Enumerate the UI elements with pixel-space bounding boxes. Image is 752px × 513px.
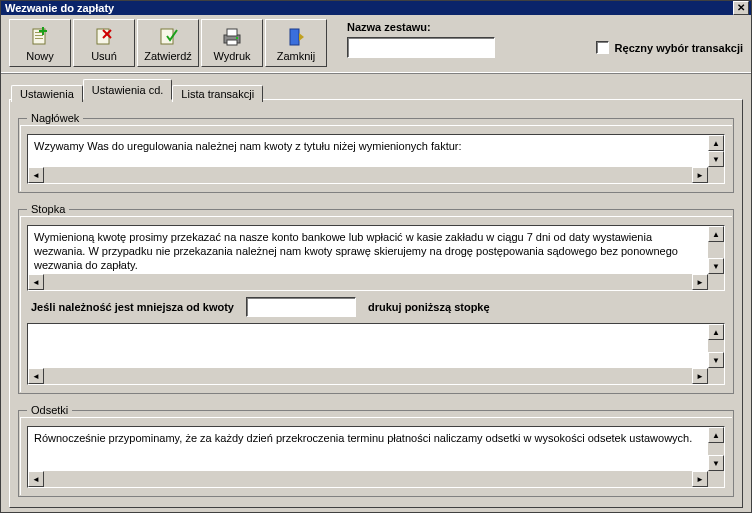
close-icon[interactable]: ✕ xyxy=(733,1,749,15)
scrollbar-vertical[interactable]: ▲▼ xyxy=(708,135,724,167)
scrollbar-vertical[interactable]: ▲▼ xyxy=(708,226,724,274)
interest-text: Równocześnie przypominamy, że za każdy d… xyxy=(28,427,724,473)
document-confirm-icon xyxy=(158,26,178,48)
scrollbar-horizontal[interactable]: ◄► xyxy=(28,471,708,487)
delete-button-label: Usuń xyxy=(91,50,117,62)
manual-tx-checkbox[interactable]: Ręczny wybór transakcji xyxy=(596,41,743,54)
svg-rect-13 xyxy=(236,37,238,39)
set-name-label: Nazwa zestawu: xyxy=(347,21,495,33)
print-below-label: drukuj poniższą stopkę xyxy=(368,301,490,313)
footer-textarea[interactable]: Wymienioną kwotę prosimy przekazać na na… xyxy=(27,225,725,291)
title-bar: Wezwanie do zapłaty ✕ xyxy=(1,1,751,15)
svg-rect-12 xyxy=(227,40,237,45)
window-title: Wezwanie do zapłaty xyxy=(5,2,733,14)
interest-legend: Odsetki xyxy=(27,404,72,416)
checkbox-icon xyxy=(596,41,609,54)
document-delete-icon xyxy=(94,26,114,48)
interest-group: Odsetki Równocześnie przypominamy, że za… xyxy=(18,404,734,497)
header-textarea[interactable]: Wzywamy Was do uregulowania należnej nam… xyxy=(27,134,725,184)
window: Wezwanie do zapłaty ✕ Nowy Usuń Zatwierd… xyxy=(0,0,752,513)
footer-alt-text xyxy=(28,324,724,370)
svg-rect-1 xyxy=(35,32,43,33)
interest-textarea[interactable]: Równocześnie przypominamy, że za każdy d… xyxy=(27,426,725,488)
svg-rect-14 xyxy=(290,29,299,45)
tab-strip: Ustawienia Ustawienia cd. Lista transakc… xyxy=(1,74,751,99)
tab-settings[interactable]: Ustawienia xyxy=(11,85,83,102)
toolbar: Nowy Usuń Zatwierdź Wydruk Zamknij xyxy=(1,15,751,74)
header-group: Nagłówek Wzywamy Was do uregulowania nal… xyxy=(18,112,734,193)
confirm-button[interactable]: Zatwierdź xyxy=(137,19,199,67)
tab-panel: Nagłówek Wzywamy Was do uregulowania nal… xyxy=(9,99,743,508)
scrollbar-horizontal[interactable]: ◄► xyxy=(28,368,708,384)
scrollbar-horizontal[interactable]: ◄► xyxy=(28,274,708,290)
delete-button[interactable]: Usuń xyxy=(73,19,135,67)
svg-rect-5 xyxy=(39,30,47,32)
svg-marker-15 xyxy=(299,33,304,41)
document-new-icon xyxy=(30,26,50,48)
svg-rect-3 xyxy=(35,38,43,39)
footer-legend: Stopka xyxy=(27,203,69,215)
door-exit-icon xyxy=(286,26,306,48)
manual-tx-label: Ręczny wybór transakcji xyxy=(615,42,743,54)
tab-settings-cont[interactable]: Ustawienia cd. xyxy=(83,79,173,100)
toolbar-right: Nazwa zestawu: Ręczny wybór transakcji xyxy=(347,19,743,58)
scrollbar-horizontal[interactable]: ◄► xyxy=(28,167,708,183)
print-button-label: Wydruk xyxy=(213,50,250,62)
threshold-input[interactable] xyxy=(246,297,356,317)
close-button[interactable]: Zamknij xyxy=(265,19,327,67)
confirm-button-label: Zatwierdź xyxy=(144,50,192,62)
scrollbar-vertical[interactable]: ▲▼ xyxy=(708,427,724,471)
svg-rect-11 xyxy=(227,29,237,36)
new-button-label: Nowy xyxy=(26,50,54,62)
footer-text: Wymienioną kwotę prosimy przekazać na na… xyxy=(28,226,724,276)
footer-alt-textarea[interactable]: ▲▼ ◄► xyxy=(27,323,725,385)
close-button-label: Zamknij xyxy=(277,50,316,62)
footer-group: Stopka Wymienioną kwotę prosimy przekaza… xyxy=(18,203,734,394)
threshold-label: Jeśli należność jest mniejsza od kwoty xyxy=(31,301,234,313)
header-legend: Nagłówek xyxy=(27,112,83,124)
header-text: Wzywamy Was do uregulowania należnej nam… xyxy=(28,135,724,169)
printer-icon xyxy=(221,26,243,48)
svg-rect-2 xyxy=(35,35,43,36)
new-button[interactable]: Nowy xyxy=(9,19,71,67)
scrollbar-vertical[interactable]: ▲▼ xyxy=(708,324,724,368)
set-name-input[interactable] xyxy=(347,37,495,58)
tab-tx-list[interactable]: Lista transakcji xyxy=(172,85,263,102)
print-button[interactable]: Wydruk xyxy=(201,19,263,67)
threshold-row: Jeśli należność jest mniejsza od kwoty d… xyxy=(31,297,721,317)
